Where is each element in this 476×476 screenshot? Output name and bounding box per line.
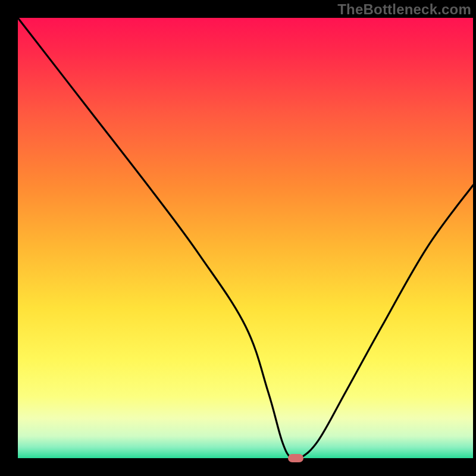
chart-frame: TheBottleneck.com xyxy=(0,0,476,476)
chart-svg xyxy=(0,0,476,476)
watermark-text: TheBottleneck.com xyxy=(337,1,471,18)
plot-background xyxy=(18,18,473,458)
optimal-marker xyxy=(288,454,303,462)
